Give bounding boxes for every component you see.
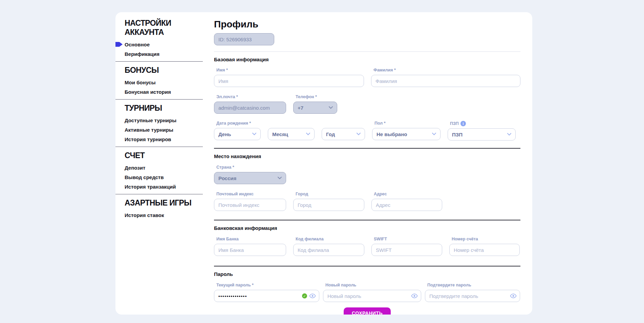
email-group: Эл.почта * bbox=[214, 94, 286, 114]
sidebar-item-main[interactable]: Основное bbox=[115, 40, 203, 49]
pzp-label-text: ПЗП bbox=[450, 121, 459, 126]
confirm-password-label: Подтвердите пароль bbox=[425, 283, 520, 288]
basic-info-title: Базовая информация bbox=[214, 57, 520, 62]
last-name-label: Фамилия * bbox=[371, 68, 520, 73]
country-select: Россия bbox=[214, 172, 286, 184]
sidebar-item-my-bonuses[interactable]: Мои бонусы bbox=[115, 78, 203, 87]
sidebar-item-label: История ставок bbox=[125, 212, 164, 218]
first-name-label: Имя * bbox=[214, 68, 364, 73]
birth-day-value: День bbox=[218, 131, 231, 137]
sidebar-item-label: Вывод средств bbox=[125, 174, 164, 180]
sidebar-item-bonus-history[interactable]: Бонусная история bbox=[115, 87, 203, 96]
birth-date-label: Дата рождения * bbox=[214, 121, 261, 126]
birth-year-value: Год bbox=[326, 131, 335, 137]
sidebar: НАСТРОЙКИ АККАУНТА Основное Верификация … bbox=[115, 12, 203, 315]
sidebar-item-label: Депозит bbox=[125, 165, 145, 171]
chevron-down-icon bbox=[278, 177, 282, 179]
birth-year-group: Год bbox=[322, 121, 365, 141]
new-password-input[interactable] bbox=[323, 290, 421, 302]
current-password-wrapper: ✓ bbox=[214, 290, 319, 302]
sidebar-item-active-tournaments[interactable]: Активные турниры bbox=[115, 125, 203, 134]
sidebar-item-bet-history[interactable]: История ставок bbox=[115, 210, 203, 220]
new-password-group: Новый пароль bbox=[323, 283, 421, 302]
confirm-password-input[interactable] bbox=[425, 290, 520, 302]
birth-day-select[interactable]: День bbox=[214, 128, 261, 140]
pzp-select[interactable]: ПЗП bbox=[448, 128, 516, 141]
address-input[interactable] bbox=[371, 199, 442, 211]
chevron-down-icon bbox=[252, 133, 256, 135]
postal-code-label: Почтовый индекс bbox=[214, 192, 286, 197]
birth-month-value: Месяц bbox=[272, 131, 288, 137]
save-button[interactable]: СОХРАНИТЬ bbox=[344, 307, 391, 315]
sidebar-item-label: Активные турниры bbox=[125, 127, 173, 133]
sidebar-item-label: Бонусная история bbox=[125, 89, 171, 95]
section-divider bbox=[214, 148, 520, 149]
new-password-label: Новый пароль bbox=[323, 283, 421, 288]
current-password-label: Текущий пароль * bbox=[214, 283, 319, 288]
city-input[interactable] bbox=[293, 199, 364, 211]
sidebar-divider bbox=[115, 99, 203, 100]
valid-check-icon: ✓ bbox=[302, 294, 307, 299]
address-row: Почтовый индекс Город Адрес bbox=[214, 192, 520, 211]
branch-code-label: Код филиала bbox=[293, 237, 364, 242]
city-group: Город bbox=[293, 192, 364, 211]
profile-content: Профиль Базовая информация Имя * Фамилия… bbox=[203, 12, 532, 315]
sidebar-section-tournaments: ТУРНИРЫ Доступные турниры Активные турни… bbox=[115, 104, 203, 144]
sidebar-item-label: Доступные турниры bbox=[125, 117, 176, 123]
sidebar-item-deposit[interactable]: Депозит bbox=[115, 163, 203, 172]
birth-month-select[interactable]: Месяц bbox=[268, 128, 315, 140]
spacer-label bbox=[322, 121, 365, 126]
sidebar-item-label: История транзакций bbox=[125, 184, 176, 190]
chevron-down-icon bbox=[306, 133, 310, 135]
phone-group: Телефон * +7 bbox=[293, 94, 337, 114]
bank-name-input[interactable] bbox=[214, 244, 286, 256]
new-password-wrapper bbox=[323, 290, 421, 302]
country-value: Россия bbox=[218, 175, 236, 181]
sidebar-divider bbox=[115, 147, 203, 147]
sidebar-item-available-tournaments[interactable]: Доступные турниры bbox=[115, 115, 203, 125]
chevron-down-icon bbox=[329, 106, 333, 109]
account-settings-card: НАСТРОЙКИ АККАУНТА Основное Верификация … bbox=[115, 12, 532, 315]
first-name-input[interactable] bbox=[214, 75, 364, 87]
country-row: Страна * Россия bbox=[214, 165, 520, 184]
sidebar-item-label: Мои бонусы bbox=[125, 80, 156, 85]
user-id-field bbox=[214, 33, 274, 45]
chevron-down-icon bbox=[432, 133, 436, 135]
gender-group: Пол * Не выбрано bbox=[372, 121, 441, 141]
sidebar-item-withdrawal[interactable]: Вывод средств bbox=[115, 172, 203, 182]
eye-icon[interactable] bbox=[411, 294, 418, 298]
info-icon[interactable]: i bbox=[460, 121, 466, 126]
branch-code-group: Код филиала bbox=[293, 237, 364, 256]
section-divider bbox=[214, 51, 520, 52]
country-group: Страна * Россия bbox=[214, 165, 286, 184]
bank-name-group: Имя Банка bbox=[214, 237, 286, 256]
confirm-password-wrapper bbox=[425, 290, 520, 302]
sidebar-section-title: АЗАРТНЫЕ ИГРЫ bbox=[115, 198, 203, 208]
sidebar-item-label: Основное bbox=[125, 42, 150, 47]
birth-month-group: Месяц bbox=[268, 121, 315, 141]
sidebar-item-tournament-history[interactable]: История турниров bbox=[115, 134, 203, 144]
sidebar-section-account-settings: НАСТРОЙКИ АККАУНТА Основное Верификация bbox=[115, 19, 203, 59]
sidebar-section-title: ТУРНИРЫ bbox=[115, 104, 203, 113]
pzp-label: ПЗП i bbox=[448, 121, 516, 126]
swift-input[interactable] bbox=[371, 244, 442, 256]
sidebar-item-verification[interactable]: Верификация bbox=[115, 49, 203, 59]
password-title: Пароль bbox=[214, 271, 520, 277]
chevron-down-icon bbox=[357, 133, 361, 135]
last-name-input[interactable] bbox=[371, 75, 520, 87]
country-label: Страна * bbox=[214, 165, 286, 170]
sidebar-divider bbox=[115, 61, 203, 62]
eye-icon[interactable] bbox=[309, 294, 316, 298]
postal-code-input[interactable] bbox=[214, 199, 286, 211]
branch-code-input[interactable] bbox=[293, 244, 364, 256]
sidebar-section-title: БОНУСЫ bbox=[115, 66, 203, 75]
sidebar-section-title: СЧЕТ bbox=[115, 151, 203, 160]
sidebar-item-transaction-history[interactable]: История транзакций bbox=[115, 182, 203, 191]
birth-year-select[interactable]: Год bbox=[322, 128, 365, 140]
current-password-group: Текущий пароль * ✓ bbox=[214, 283, 319, 302]
gender-select[interactable]: Не выбрано bbox=[372, 128, 441, 140]
swift-label: SWIFT bbox=[371, 237, 442, 242]
account-number-input[interactable] bbox=[449, 244, 520, 256]
pzp-group: ПЗП i ПЗП bbox=[448, 121, 516, 141]
eye-icon[interactable] bbox=[510, 294, 517, 298]
